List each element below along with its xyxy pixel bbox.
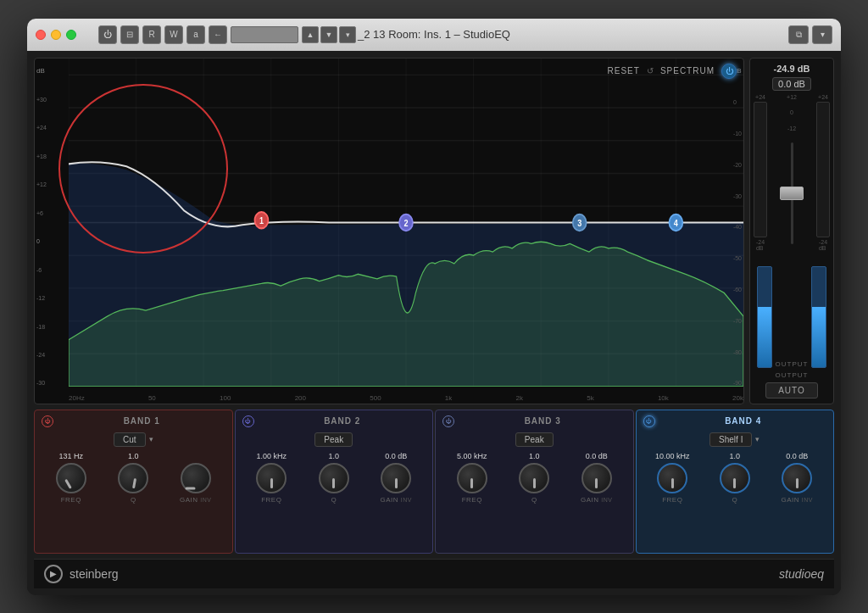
- band-1-type-arrow[interactable]: ▾: [149, 435, 153, 443]
- snapshot-button[interactable]: ⧉: [788, 25, 809, 44]
- dropdown-button[interactable]: ▾: [339, 26, 356, 43]
- band-3-gain-label: GAIN INV: [581, 496, 612, 504]
- band-2-section: ⏻ BAND 2 Peak 1.00 kHz FREQ 1.0 Q: [235, 410, 434, 554]
- freq-labels: 20Hz 50 100 200 500 1k 2k 5k 10k 20k: [69, 394, 743, 402]
- band-2-gain-knob[interactable]: [381, 463, 411, 493]
- eq-section: RESET ↺ SPECTRUM ⏻ dB +30 +24 +18 +12 +6…: [34, 58, 834, 404]
- band-2-freq-knob[interactable]: [256, 463, 287, 493]
- meter-area: +24 -24dB +12 0 -12: [754, 94, 830, 263]
- band-4-gain-value: 0.0 dB: [786, 452, 808, 460]
- minimize-button[interactable]: [51, 30, 61, 40]
- write-button[interactable]: W: [164, 25, 183, 44]
- band-3-gain-knob[interactable]: [581, 463, 612, 493]
- band-1-freq-value: 131 Hz: [58, 452, 83, 460]
- band-4-header: ⏻ BAND 4: [643, 415, 827, 427]
- band-2-type-button[interactable]: Peak: [314, 432, 353, 447]
- band-1-gain-label: GAIN INV: [180, 496, 211, 504]
- toolbar: ⏻ ⊟ R W a ← ▲ ▼ ▾: [98, 25, 356, 44]
- blue-meter-right: [811, 266, 826, 368]
- band-3-type-select: Peak: [442, 432, 626, 447]
- steinberg-icon: ▶: [44, 565, 63, 583]
- band-4-type-select: Shelf I ▾: [643, 432, 827, 447]
- back-button[interactable]: ←: [209, 25, 227, 44]
- right-meter: +24 -24dB: [816, 94, 830, 251]
- band-2-q-group: 1.0 Q: [304, 452, 364, 504]
- band-2-params: 1.00 kHz FREQ 1.0 Q 0.0 dB GAIN INV: [242, 452, 426, 504]
- band-2-title: BAND 2: [259, 416, 426, 426]
- band-4-section: ⏻ BAND 4 Shelf I ▾ 10.00 kHz FREQ 1.0: [636, 410, 835, 554]
- record-button[interactable]: R: [142, 25, 161, 44]
- band-3-type-button[interactable]: Peak: [515, 432, 554, 447]
- band-4-power-button[interactable]: ⏻: [643, 415, 655, 427]
- eq-top-bar: RESET ↺ SPECTRUM ⏻: [608, 64, 737, 79]
- down-arrow-button[interactable]: ▼: [320, 26, 337, 43]
- reset-icon: ↺: [647, 66, 654, 75]
- band-1-section: ⏻ BAND 1 Cut ▾ 131 Hz FREQ 1.0: [34, 410, 233, 554]
- studioeq-text: studioeq: [779, 567, 824, 581]
- band-2-power-button[interactable]: ⏻: [242, 415, 254, 427]
- band-2-q-knob[interactable]: [319, 463, 349, 493]
- band-1-gain-value: [194, 452, 197, 460]
- band-1-q-label: Q: [131, 496, 136, 504]
- band-2-freq-label: FREQ: [261, 496, 281, 504]
- fader-section: +12 0 -12: [771, 94, 813, 247]
- db-label: dB: [36, 67, 47, 75]
- reset-button[interactable]: RESET: [608, 66, 640, 75]
- band-4-gain-group: 0.0 dB GAIN INV: [768, 452, 827, 504]
- fader-track: [791, 142, 793, 244]
- blue-fill-left: [758, 307, 771, 367]
- blue-fill-right: [812, 307, 826, 367]
- band-4-type-button[interactable]: Shelf I: [709, 432, 752, 447]
- svg-text:3: 3: [577, 217, 581, 227]
- band-1-inv-label: INV: [200, 497, 211, 503]
- name-input[interactable]: [231, 26, 298, 43]
- close-button[interactable]: [36, 30, 46, 40]
- band-3-q-value: 1.0: [529, 452, 540, 460]
- left-meter-bar: [754, 102, 767, 237]
- band-1-header: ⏻ BAND 1: [42, 415, 225, 427]
- band-2-freq-group: 1.00 kHz FREQ: [242, 452, 302, 504]
- settings-dropdown-button[interactable]: ▾: [812, 25, 832, 44]
- output-label-2: OUTPUT: [776, 371, 809, 379]
- band-controls: ⏻ BAND 1 Cut ▾ 131 Hz FREQ 1.0: [34, 410, 834, 554]
- band-1-freq-label: FREQ: [61, 496, 81, 504]
- band-4-gain-knob[interactable]: [782, 463, 812, 493]
- blue-meter-left: [757, 266, 772, 368]
- band-4-q-knob[interactable]: [720, 463, 750, 493]
- band-1-power-button[interactable]: ⏻: [42, 415, 53, 427]
- band-1-q-knob[interactable]: [118, 463, 148, 493]
- output-db-value: 0.0 dB: [772, 77, 811, 91]
- band-2-freq-value: 1.00 kHz: [256, 452, 287, 460]
- band-1-freq-knob[interactable]: [56, 463, 86, 493]
- band-4-q-value: 1.0: [729, 452, 740, 460]
- band-3-gain-group: 0.0 dB GAIN INV: [567, 452, 626, 504]
- eq-display[interactable]: RESET ↺ SPECTRUM ⏻ dB +30 +24 +18 +12 +6…: [34, 58, 744, 404]
- auto-button[interactable]: AUTO: [765, 382, 818, 398]
- band-3-q-group: 1.0 Q: [505, 452, 565, 504]
- power-button[interactable]: ⏻: [98, 25, 117, 44]
- maximize-button[interactable]: [66, 30, 76, 40]
- svg-text:4: 4: [674, 217, 678, 227]
- band-3-q-knob[interactable]: [519, 463, 549, 493]
- automation-button[interactable]: a: [186, 25, 205, 44]
- band-4-title: BAND 4: [660, 416, 827, 426]
- fader-thumb[interactable]: [780, 187, 804, 200]
- band-3-q-label: Q: [531, 496, 537, 504]
- main-window: ⏻ ⊟ R W a ← ▲ ▼ ▾ _2 13 Room: Ins. 1 – S…: [27, 19, 841, 595]
- spectrum-power-button[interactable]: ⏻: [721, 64, 737, 79]
- band-1-type-button[interactable]: Cut: [114, 432, 146, 447]
- band-2-q-label: Q: [331, 496, 337, 504]
- band-4-freq-label: FREQ: [662, 496, 682, 504]
- band-4-q-group: 1.0 Q: [705, 452, 765, 504]
- band-3-freq-knob[interactable]: [457, 463, 487, 493]
- band-3-power-button[interactable]: ⏻: [442, 415, 454, 427]
- band-1-freq-group: 131 Hz FREQ: [42, 452, 101, 504]
- up-arrow-button[interactable]: ▲: [302, 26, 319, 43]
- arrows-group: ▲ ▼ ▾: [302, 26, 356, 43]
- band-4-freq-knob[interactable]: [657, 463, 687, 493]
- band-1-gain-knob[interactable]: [181, 463, 211, 493]
- overwrite-button[interactable]: ⊟: [120, 25, 139, 44]
- band-1-q-group: 1.0 Q: [104, 452, 164, 504]
- band-2-gain-value: 0.0 dB: [385, 452, 407, 460]
- band-4-type-arrow[interactable]: ▾: [755, 435, 760, 443]
